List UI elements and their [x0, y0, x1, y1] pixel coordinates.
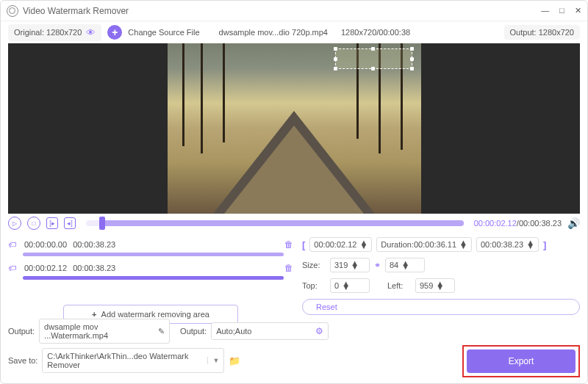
- save-to-label: Save to:: [8, 356, 37, 365]
- delete-segment-icon[interactable]: 🗑: [284, 263, 293, 273]
- left-label: Left:: [387, 281, 411, 290]
- link-size-icon[interactable]: ⚭: [374, 261, 381, 270]
- toolbar: Original: 1280x720 👁 + Change Source Fil…: [1, 21, 587, 43]
- range-duration-input[interactable]: Duration:00:00:36.11▲▼: [376, 237, 472, 252]
- segment-bar[interactable]: [23, 276, 284, 280]
- top-input[interactable]: 0▲▼: [330, 278, 370, 293]
- height-input[interactable]: 84▲▼: [385, 258, 425, 272]
- titlebar: Video Watermark Remover ― □ ✕: [1, 1, 587, 21]
- close-button[interactable]: ✕: [575, 6, 581, 15]
- width-input[interactable]: 319▲▼: [330, 258, 370, 272]
- video-preview[interactable]: [8, 43, 580, 214]
- output-file-label: Output:: [8, 327, 35, 336]
- seg-end: 00:00:38.23: [73, 264, 115, 272]
- seg-end: 00:00:38.23: [73, 240, 115, 249]
- volume-icon[interactable]: 🔊: [567, 217, 580, 229]
- app-logo-icon: [7, 5, 18, 17]
- playback-controls: ▷ □ [▸ ◂] 00:00:02.12/00:00:38.23 🔊: [1, 214, 587, 233]
- addwm-label: Add watermark removing area: [101, 310, 209, 319]
- export-button[interactable]: Export: [467, 349, 576, 373]
- range-start-input[interactable]: 00:00:02.12▲▼: [309, 237, 372, 252]
- range-end-input[interactable]: 00:00:38.23▲▼: [476, 237, 539, 252]
- edit-icon[interactable]: ✎: [158, 327, 165, 336]
- preview-eye-icon[interactable]: 👁: [86, 27, 96, 38]
- properties-panel: [ 00:00:02.12▲▼ Duration:00:00:36.11▲▼ 0…: [302, 237, 580, 324]
- original-label: Original: 1280x720: [14, 28, 82, 37]
- size-label: Size:: [302, 261, 326, 269]
- mark-out-button[interactable]: ◂]: [64, 217, 76, 229]
- watermark-selection-box[interactable]: [335, 48, 412, 69]
- export-highlight: Export: [462, 345, 580, 377]
- filename-label: dwsample mov...dio 720p.mp4: [219, 28, 328, 37]
- output-format-input[interactable]: Auto;Auto⚙: [211, 322, 329, 340]
- bracket-right-icon[interactable]: ]: [543, 239, 546, 250]
- timeline-slider[interactable]: [86, 220, 464, 226]
- open-folder-icon[interactable]: 📁: [229, 355, 240, 366]
- resolution-info: 1280x720/00:00:38: [341, 28, 410, 37]
- left-input[interactable]: 959▲▼: [415, 278, 455, 293]
- output-format-label: Output:: [180, 327, 207, 336]
- play-button[interactable]: ▷: [8, 217, 21, 230]
- save-path-input[interactable]: C:\ArkThinker\ArkThin...deo Watermark Re…: [42, 348, 224, 373]
- seg-start: 00:00:02.12: [24, 264, 67, 272]
- seg-start: 00:00:00.00: [24, 240, 67, 249]
- stop-button[interactable]: □: [27, 217, 40, 230]
- output-info: Output: 1280x720: [504, 25, 580, 40]
- tag-icon: 🏷: [8, 263, 18, 273]
- maximize-button[interactable]: □: [559, 6, 564, 15]
- original-info: Original: 1280x720 👁: [8, 24, 101, 41]
- playhead[interactable]: [99, 217, 105, 230]
- gear-icon[interactable]: ⚙: [315, 326, 323, 336]
- delete-segment-icon[interactable]: 🗑: [284, 239, 293, 250]
- reset-button[interactable]: Reset: [302, 299, 580, 315]
- segment-row[interactable]: 🏷 00:00:00.00 00:00:38.23 🗑: [8, 237, 293, 252]
- segment-bar[interactable]: [23, 253, 284, 256]
- timecode: 00:00:02.12/00:00:38.23: [474, 219, 562, 228]
- add-source-button[interactable]: +: [107, 25, 122, 40]
- change-source-label[interactable]: Change Source File: [128, 28, 199, 37]
- segment-row[interactable]: 🏷 00:00:02.12 00:00:38.23 🗑: [8, 261, 293, 275]
- bottom-bar: Output: dwsample mov ...Watermark.mp4✎ O…: [8, 319, 580, 377]
- top-label: Top:: [302, 281, 326, 290]
- bracket-left-icon[interactable]: [: [302, 239, 305, 250]
- app-title: Video Watermark Remover: [23, 6, 129, 16]
- mark-in-button[interactable]: [▸: [46, 217, 58, 229]
- segments-panel: 🏷 00:00:00.00 00:00:38.23 🗑 🏷 00:00:02.1…: [8, 237, 293, 324]
- video-frame: [168, 43, 421, 214]
- output-filename-input[interactable]: dwsample mov ...Watermark.mp4✎: [39, 319, 170, 344]
- chevron-down-icon[interactable]: ▼: [207, 357, 219, 364]
- output-res-label: Output: 1280x720: [510, 28, 574, 37]
- minimize-button[interactable]: ―: [541, 6, 549, 15]
- tag-icon: 🏷: [8, 239, 18, 250]
